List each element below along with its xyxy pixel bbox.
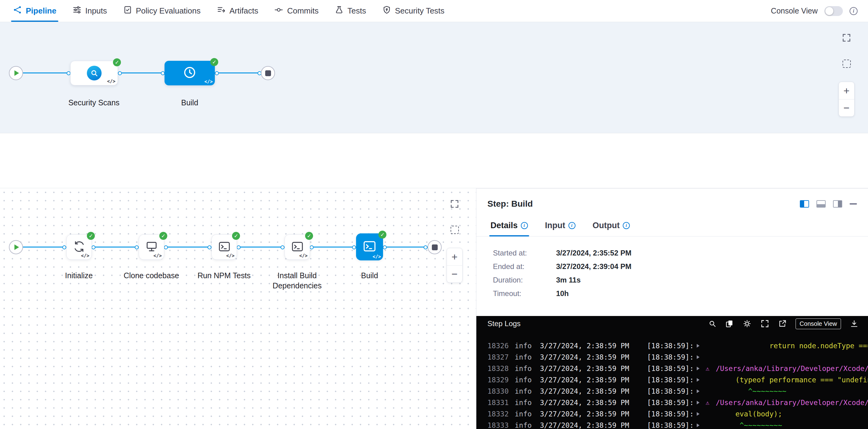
zoom-in-button[interactable]: + — [447, 248, 462, 265]
layout-bottom-icon[interactable] — [816, 200, 826, 208]
log-date: 3/27/2024, 2:38:59 PM — [540, 387, 647, 395]
step-label: Build — [336, 271, 403, 281]
connector-dot — [383, 245, 387, 249]
stage-node-security-scans[interactable]: </> — [70, 61, 118, 85]
expand-marker-icon[interactable] — [697, 389, 706, 393]
marquee-select-button[interactable] — [840, 57, 853, 70]
step-details-panel: Step: Build Details Input Output — [476, 188, 868, 429]
pipeline-start-node[interactable] — [9, 66, 23, 80]
tab-tests[interactable]: Tests — [327, 0, 374, 22]
fullscreen-button[interactable] — [840, 31, 853, 44]
layout-right-icon[interactable] — [833, 200, 842, 208]
console-view-button[interactable]: Console View — [796, 318, 841, 329]
tab-pipeline[interactable]: Pipeline — [5, 0, 64, 22]
tab-details[interactable]: Details — [491, 215, 528, 236]
step-node-run-npm-tests[interactable]: </> — [212, 234, 237, 260]
info-icon[interactable] — [568, 222, 576, 229]
detail-row: Timeout: 10h — [493, 289, 868, 298]
tab-output[interactable]: Output — [593, 215, 630, 236]
tab-security-tests[interactable]: Security Tests — [374, 0, 453, 22]
sync-icon — [72, 240, 86, 254]
step-node-install-build-dependencies[interactable]: </> — [284, 234, 310, 260]
detail-row: Duration: 3m 11s — [493, 276, 868, 284]
log-line: 18326 info 3/27/2024, 2:38:59 PM [18:38:… — [487, 340, 868, 351]
expand-marker-icon[interactable] — [697, 344, 706, 348]
collapse-panel-icon[interactable] — [849, 203, 857, 205]
expand-marker-icon[interactable] — [697, 401, 706, 404]
tab-input[interactable]: Input — [545, 215, 576, 236]
info-icon[interactable] — [623, 222, 630, 229]
security-scan-icon — [87, 66, 102, 81]
step-graph-canvas[interactable]: </> Initialize </> Clone codebase </> Ru… — [0, 188, 476, 429]
pipeline-end-node[interactable] — [261, 66, 275, 80]
stage-end-node[interactable] — [428, 240, 442, 254]
tab-label: Policy Evaluations — [136, 6, 201, 16]
fullscreen-button[interactable] — [448, 197, 461, 210]
fullscreen-icon[interactable] — [761, 319, 769, 328]
log-content: eval(body); — [706, 410, 782, 418]
expand-marker-icon[interactable] — [697, 378, 706, 382]
terminal-icon — [362, 239, 377, 255]
zoom-controls: + − — [446, 248, 463, 283]
log-line-number: 18331 — [487, 399, 515, 406]
stage-graph-canvas[interactable]: </> Security Scans </> Build + − — [0, 22, 868, 133]
download-icon[interactable] — [850, 320, 858, 328]
inputs-icon — [72, 5, 82, 17]
terminal-icon — [291, 240, 304, 254]
expand-marker-icon[interactable] — [697, 412, 706, 416]
marquee-select-button[interactable] — [448, 223, 461, 236]
copy-icon[interactable] — [725, 320, 734, 328]
step-node-clone-codebase[interactable]: </> — [139, 234, 164, 260]
step-node-initialize[interactable]: </> — [66, 234, 92, 260]
tab-commits[interactable]: Commits — [266, 0, 327, 22]
code-tag-icon: </> — [153, 253, 162, 258]
log-content: /Users/anka/Library/Developer/Xcode/Deri… — [716, 365, 868, 372]
console-view-toggle-label: Console View — [771, 6, 818, 16]
clone-codebase-icon — [145, 240, 158, 254]
build-stage-icon — [183, 65, 197, 81]
stage-node-build[interactable]: </> — [164, 61, 215, 85]
log-level: info — [515, 342, 540, 350]
open-external-icon[interactable] — [778, 320, 786, 328]
logs-body[interactable]: 18326 info 3/27/2024, 2:38:59 PM [18:38:… — [476, 331, 868, 429]
log-time: [18:38:59]: — [647, 410, 697, 418]
expand-marker-icon[interactable] — [697, 424, 706, 427]
log-line-number: 18330 — [487, 387, 515, 395]
zoom-in-button[interactable]: + — [839, 82, 854, 99]
tab-artifacts[interactable]: Artifacts — [209, 0, 267, 22]
tab-label: Artifacts — [229, 6, 258, 16]
tab-inputs[interactable]: Inputs — [64, 0, 115, 22]
step-node-build[interactable]: </> — [356, 234, 383, 261]
zoom-out-button[interactable]: − — [839, 99, 854, 116]
log-date: 3/27/2024, 2:38:59 PM — [540, 399, 647, 406]
log-line-number: 18328 — [487, 365, 515, 372]
panel-layout-controls — [800, 200, 857, 208]
zoom-out-button[interactable]: − — [447, 265, 462, 282]
log-time: [18:38:59]: — [647, 387, 697, 395]
stop-icon — [265, 70, 271, 76]
console-view-toggle[interactable] — [825, 6, 843, 16]
settings-gear-icon[interactable] — [743, 319, 751, 328]
tab-label: Details — [491, 221, 518, 230]
log-line: 18327 info 3/27/2024, 2:38:59 PM [18:38:… — [487, 351, 868, 363]
stage-connector-line — [16, 72, 268, 73]
flask-icon — [335, 5, 344, 17]
search-icon[interactable] — [708, 320, 716, 328]
tab-policy-evaluations[interactable]: Policy Evaluations — [115, 0, 209, 22]
log-content: /Users/anka/Library/Developer/Xcode/Deri… — [716, 399, 868, 406]
log-content: ^~~~~~~~~ — [706, 387, 786, 395]
expand-marker-icon[interactable] — [697, 367, 706, 370]
expand-marker-icon[interactable] — [697, 355, 706, 359]
connector-dot — [164, 245, 168, 249]
step-label: Clone codebase — [118, 271, 185, 281]
log-line: 18332 info 3/27/2024, 2:38:59 PM [18:38:… — [487, 408, 868, 420]
info-icon[interactable] — [849, 7, 858, 15]
info-icon[interactable] — [521, 222, 528, 229]
panel-tabs: Details Input Output — [476, 215, 868, 237]
stage-start-node[interactable] — [9, 240, 23, 254]
log-line: 18333 info 3/27/2024, 2:38:59 PM [18:38:… — [487, 420, 868, 429]
pipeline-icon — [13, 5, 22, 17]
log-time: [18:38:59]: — [647, 353, 697, 361]
tab-label: Pipeline — [26, 6, 57, 16]
layout-split-icon[interactable] — [800, 200, 809, 208]
